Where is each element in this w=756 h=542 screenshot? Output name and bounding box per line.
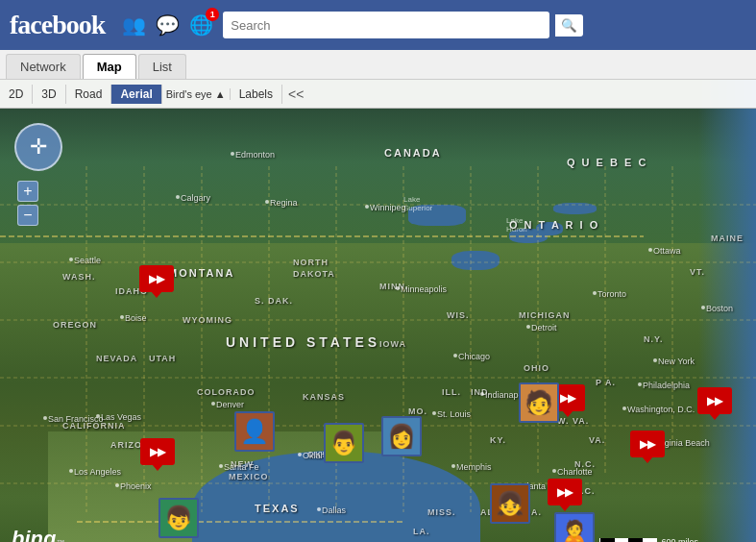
city-dot-phoenix <box>115 483 119 487</box>
search-input[interactable] <box>223 12 549 38</box>
tab-network[interactable]: Network <box>6 54 81 79</box>
city-dot-denver <box>211 402 215 406</box>
avatar-emoji: 👤 <box>240 418 269 445</box>
profile-photo: 🙎 <box>554 512 595 542</box>
pin-icon: ▶▶ <box>150 446 165 458</box>
map-pin-8[interactable]: 👨 <box>324 423 364 463</box>
map-pin-5[interactable]: ▶▶ <box>548 479 582 505</box>
map-pin-1[interactable]: ▶▶ <box>140 438 175 465</box>
red-pin-marker: ▶▶ <box>548 479 582 505</box>
city-dot-winnipeg <box>365 205 369 209</box>
notification-badge: 1 <box>206 8 219 21</box>
map-btn-collapse[interactable]: << <box>282 84 309 105</box>
city-dot-boise <box>120 315 124 319</box>
city-dot-indianapolis <box>480 392 484 396</box>
tab-map[interactable]: Map <box>83 54 136 79</box>
map-btn-3d[interactable]: 3D <box>33 85 65 104</box>
map-btn-labels[interactable]: Labels <box>231 85 282 104</box>
globe-icon[interactable]: 🌐 1 <box>189 13 213 37</box>
lake-ontario <box>553 203 597 214</box>
city-dot-new-york <box>653 358 657 362</box>
pin-icon: ▶▶ <box>557 486 573 499</box>
map-terrain-canada <box>0 109 756 243</box>
lake-michigan <box>451 251 500 270</box>
red-pin-marker: ▶▶ <box>140 438 175 465</box>
facebook-logo[interactable]: facebook <box>10 10 105 40</box>
map-scale: 600 miles <box>599 537 698 542</box>
city-dot-washington-d-c- <box>622 406 626 410</box>
profile-photo: 👦 <box>159 498 199 538</box>
city-dot-seattle <box>69 258 73 261</box>
pin-icon: ▶▶ <box>640 438 655 451</box>
city-dot-boston <box>701 306 705 309</box>
map-pin-9[interactable]: 👩 <box>381 416 422 456</box>
profile-photo: 👤 <box>234 411 275 452</box>
city-dot-oklahoma-city <box>298 453 302 456</box>
map-pin-7[interactable]: 👤 <box>234 411 275 452</box>
city-dot-philadelphia <box>638 382 642 386</box>
pin-icon: ▶▶ <box>707 395 722 407</box>
zoom-out-button[interactable]: − <box>17 205 38 226</box>
map-compass[interactable] <box>14 123 62 171</box>
zoom-in-button[interactable]: + <box>17 181 38 202</box>
bing-logo: bing™ <box>12 527 64 542</box>
profile-photo: 🧑 <box>519 382 559 423</box>
city-dot-ottawa <box>648 248 652 252</box>
red-pin-marker: ▶▶ <box>697 387 732 414</box>
lake-superior-label: LakeSuperior <box>403 195 432 212</box>
scale-line <box>599 538 657 543</box>
city-dot-st-louis <box>432 411 436 415</box>
city-dot-detroit <box>526 325 530 329</box>
map-btn-2d[interactable]: 2D <box>0 85 33 104</box>
city-dot-calgary <box>176 195 180 199</box>
tab-list[interactable]: List <box>138 54 186 79</box>
city-dot-santa-fe <box>219 464 223 468</box>
map-pin-3[interactable]: ▶▶ <box>697 387 732 414</box>
map-btn-road[interactable]: Road <box>66 85 112 104</box>
profile-photo: 👨 <box>324 423 364 463</box>
profile-photo: 👩 <box>381 416 422 456</box>
city-dot-san-francisco <box>43 416 47 420</box>
city-dot-los-angeles <box>69 469 73 473</box>
map-pin-13[interactable]: 🙎 <box>554 512 595 542</box>
city-dot-chicago <box>453 354 457 357</box>
city-dot-edmonton <box>231 152 234 156</box>
map-btn-birds-eye[interactable]: Bird's eye ▲ <box>162 88 231 100</box>
avatar-emoji: 👧 <box>496 490 524 517</box>
friends-icon[interactable]: 👥 <box>122 13 146 37</box>
lake-huron-label: LakeHuron <box>506 216 527 234</box>
search-button[interactable]: 🔍 <box>555 14 583 37</box>
map-atlantic <box>698 80 756 542</box>
avatar-emoji: 👩 <box>387 423 416 450</box>
red-pin-marker: ▶▶ <box>630 431 665 457</box>
tab-bar: Network Map List <box>0 50 756 80</box>
lake-erie <box>536 222 563 235</box>
messages-icon[interactable]: 💬 <box>156 13 180 37</box>
city-dot-toronto <box>593 291 597 295</box>
city-dot-regina <box>265 200 269 204</box>
avatar-emoji: 🙎 <box>560 519 589 542</box>
city-dot-charlotte <box>552 469 556 473</box>
map-toolbar: 2D 3D Road Aerial Bird's eye ▲ Labels << <box>0 80 756 109</box>
city-dot-minneapolis <box>396 286 400 290</box>
map-btn-aerial[interactable]: Aerial <box>111 85 161 104</box>
map-container[interactable]: 2D 3D Road Aerial Bird's eye ▲ Labels <<… <box>0 80 756 542</box>
city-dot-memphis <box>451 464 455 468</box>
red-pin-marker: ▶▶ <box>139 265 174 292</box>
map-pin-12[interactable]: 👧 <box>490 483 530 524</box>
avatar-emoji: 👦 <box>164 505 193 531</box>
avatar-emoji: 🧑 <box>524 389 553 416</box>
map-pin-4[interactable]: ▶▶ <box>630 431 665 457</box>
profile-photo: 👧 <box>490 483 530 524</box>
scale-label: 600 miles <box>661 537 698 542</box>
map-pin-11[interactable]: 👦 <box>159 498 199 538</box>
pin-icon: ▶▶ <box>149 273 164 285</box>
map-pin-10[interactable]: 🧑 <box>519 382 559 423</box>
avatar-emoji: 👨 <box>329 430 358 456</box>
city-dot-dallas <box>317 507 321 511</box>
city-dot-las-vegas <box>96 414 100 418</box>
app-header: facebook 👥 💬 🌐 1 🔍 <box>0 0 756 50</box>
pin-icon: ▶▶ <box>560 392 575 405</box>
map-pin-0[interactable]: ▶▶ <box>139 265 174 292</box>
